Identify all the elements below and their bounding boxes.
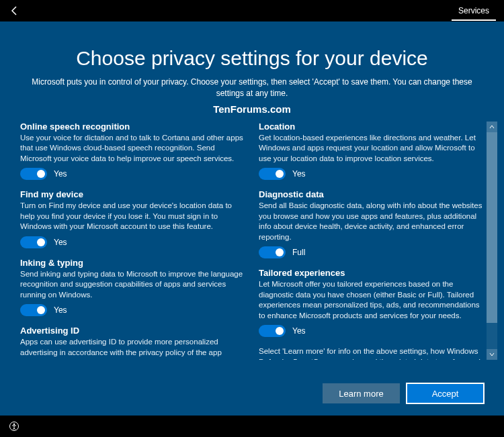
footnote-text: Select 'Learn more' for info on the abov… bbox=[259, 346, 484, 359]
setting-description: Send inking and typing data to Microsoft… bbox=[20, 269, 245, 301]
scroll-thumb[interactable] bbox=[487, 132, 497, 323]
toggle-location[interactable] bbox=[259, 168, 286, 180]
back-arrow-icon[interactable] bbox=[8, 4, 22, 17]
toggle-value-label: Full bbox=[292, 248, 305, 257]
page-title: Choose privacy settings for your device bbox=[20, 47, 484, 70]
scroll-down-icon[interactable] bbox=[487, 349, 497, 360]
setting-speech: Online speech recognition Use your voice… bbox=[20, 122, 245, 181]
setting-description: Turn on Find my device and use your devi… bbox=[20, 201, 245, 232]
toggle-find-my-device[interactable] bbox=[20, 236, 47, 248]
page-subtitle: Microsoft puts you in control of your pr… bbox=[20, 77, 484, 99]
toggle-value-label: Yes bbox=[292, 169, 306, 179]
left-column: Online speech recognition Use your voice… bbox=[20, 122, 245, 360]
setting-title: Location bbox=[259, 122, 484, 132]
scroll-up-icon[interactable] bbox=[487, 122, 497, 132]
right-column: Location Get location-based experiences … bbox=[259, 122, 484, 360]
setting-diagnostic: Diagnostic data Send all Basic diagnosti… bbox=[259, 189, 484, 258]
settings-scroll-area: Online speech recognition Use your voice… bbox=[20, 122, 484, 360]
toggle-speech[interactable] bbox=[20, 168, 47, 180]
toggle-value-label: Yes bbox=[54, 169, 67, 179]
setting-title: Tailored experiences bbox=[259, 268, 484, 278]
setting-find-my-device: Find my device Turn on Find my device an… bbox=[20, 189, 245, 248]
toggle-inking[interactable] bbox=[20, 304, 47, 316]
toggle-value-label: Yes bbox=[54, 238, 67, 247]
toggle-tailored[interactable] bbox=[259, 325, 286, 337]
setting-title: Diagnostic data bbox=[259, 189, 484, 199]
setting-advertising: Advertising ID Apps can use advertising … bbox=[20, 326, 245, 359]
learn-more-button[interactable]: Learn more bbox=[323, 383, 400, 403]
title-bar: Services bbox=[0, 0, 504, 21]
watermark-text: TenForums.com bbox=[20, 103, 484, 115]
vertical-scrollbar[interactable] bbox=[487, 122, 497, 360]
setting-description: Use your voice for dictation and to talk… bbox=[20, 133, 245, 164]
setting-title: Online speech recognition bbox=[20, 122, 245, 132]
setting-description: Send all Basic diagnostic data, along wi… bbox=[259, 201, 484, 242]
scroll-track[interactable] bbox=[487, 132, 497, 349]
tab-services[interactable]: Services bbox=[452, 1, 496, 21]
setting-title: Advertising ID bbox=[20, 326, 245, 336]
setting-description: Let Microsoft offer you tailored experie… bbox=[259, 279, 484, 321]
setting-inking: Inking & typing Send inking and typing d… bbox=[20, 258, 245, 317]
bottom-bar bbox=[0, 416, 504, 437]
main-panel: Choose privacy settings for your device … bbox=[0, 21, 504, 416]
svg-point-1 bbox=[13, 424, 15, 425]
setting-description: Get location-based experiences like dire… bbox=[259, 133, 484, 164]
setting-title: Inking & typing bbox=[20, 258, 245, 268]
setting-location: Location Get location-based experiences … bbox=[259, 122, 484, 181]
ease-of-access-icon[interactable] bbox=[8, 420, 20, 432]
setting-title: Find my device bbox=[20, 189, 245, 199]
setting-tailored: Tailored experiences Let Microsoft offer… bbox=[259, 268, 484, 337]
setting-description: Apps can use advertising ID to provide m… bbox=[20, 337, 245, 359]
toggle-diagnostic[interactable] bbox=[259, 246, 286, 258]
toggle-value-label: Yes bbox=[292, 326, 306, 336]
action-buttons: Learn more Accept bbox=[323, 383, 484, 403]
toggle-value-label: Yes bbox=[54, 305, 67, 315]
accept-button[interactable]: Accept bbox=[407, 383, 484, 403]
